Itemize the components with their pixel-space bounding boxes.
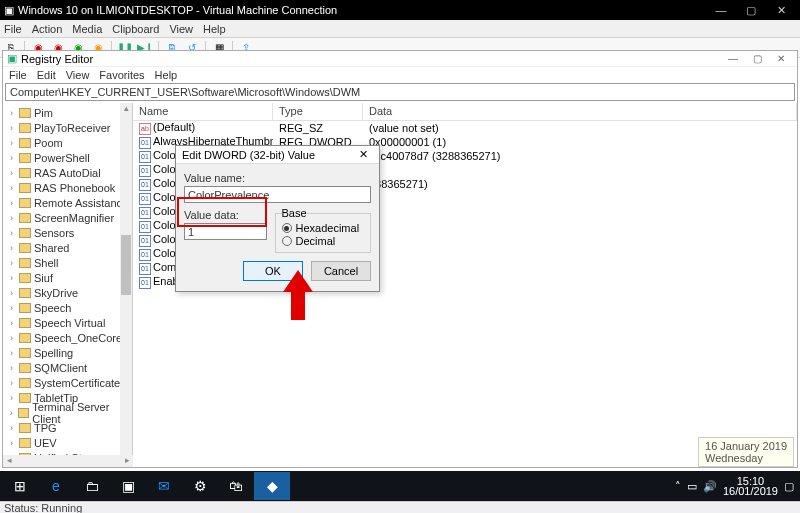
- tree-item-label: PlayToReceiver: [34, 122, 110, 134]
- vm-menu-help[interactable]: Help: [203, 23, 226, 35]
- taskbar-clock[interactable]: 15:10 16/01/2019: [723, 476, 778, 496]
- cancel-button[interactable]: Cancel: [311, 261, 371, 281]
- value-data-label: Value data:: [184, 209, 267, 221]
- regedit-menu-view[interactable]: View: [66, 69, 90, 81]
- radio-hex[interactable]: Hexadecimal: [282, 222, 365, 234]
- folder-icon: [19, 258, 31, 268]
- base-fieldset: Base Hexadecimal Decimal: [275, 207, 372, 253]
- tree-item[interactable]: ›RAS Phonebook: [7, 180, 132, 195]
- regedit-address-text: Computer\HKEY_CURRENT_USER\Software\Micr…: [10, 86, 360, 98]
- tree-item[interactable]: ›PowerShell: [7, 150, 132, 165]
- vm-maximize-button[interactable]: ▢: [736, 4, 766, 17]
- tooltip-day: Wednesday: [705, 452, 787, 464]
- regedit-menu-file[interactable]: File: [9, 69, 27, 81]
- taskbar-settings-icon[interactable]: ⚙: [182, 472, 218, 500]
- regedit-menu-favorites[interactable]: Favorites: [99, 69, 144, 81]
- taskbar-edge-icon[interactable]: e: [38, 472, 74, 500]
- tree-item[interactable]: ›Shell: [7, 255, 132, 270]
- tray-volume-icon[interactable]: 🔊: [703, 480, 717, 493]
- base-legend: Base: [282, 207, 307, 219]
- system-tray[interactable]: ˄ ▭ 🔊 15:10 16/01/2019 ▢: [675, 476, 798, 496]
- vm-menu-view[interactable]: View: [169, 23, 193, 35]
- tree-item[interactable]: ›Terminal Server Client: [7, 405, 132, 420]
- value-name-label: Value name:: [184, 172, 371, 184]
- taskbar-explorer-icon[interactable]: 🗀: [74, 472, 110, 500]
- col-header-data[interactable]: Data: [363, 103, 797, 120]
- scroll-up-icon[interactable]: ▴: [120, 103, 132, 115]
- start-button[interactable]: ⊞: [2, 472, 38, 500]
- tree-item-label: ScreenMagnifier: [34, 212, 114, 224]
- col-header-type[interactable]: Type: [273, 103, 363, 120]
- tree-item-label: UEV: [34, 437, 57, 449]
- radio-dec[interactable]: Decimal: [282, 235, 365, 247]
- tree-item[interactable]: ›Speech Virtual: [7, 315, 132, 330]
- folder-icon: [19, 318, 31, 328]
- tree-item[interactable]: ›Poom: [7, 135, 132, 150]
- vm-status-bar: Status: Running: [0, 501, 800, 513]
- dialog-titlebar[interactable]: Edit DWORD (32-bit) Value ✕: [176, 146, 379, 164]
- tree-item[interactable]: ›PlayToReceiver: [7, 120, 132, 135]
- tree-item[interactable]: ›SystemCertificates: [7, 375, 132, 390]
- regedit-close-button[interactable]: ✕: [769, 53, 793, 64]
- taskbar-mail-icon[interactable]: ✉: [146, 472, 182, 500]
- regedit-menu-help[interactable]: Help: [155, 69, 178, 81]
- vm-menu-action[interactable]: Action: [32, 23, 63, 35]
- tree-item[interactable]: ›Spelling: [7, 345, 132, 360]
- col-header-name[interactable]: Name: [133, 103, 273, 120]
- tree-item[interactable]: ›RAS AutoDial: [7, 165, 132, 180]
- radio-hex-label: Hexadecimal: [296, 222, 360, 234]
- tree-vertical-scrollbar[interactable]: ▴▾: [120, 103, 132, 467]
- value-name-input[interactable]: [184, 186, 371, 203]
- tree-item-label: RAS Phonebook: [34, 182, 115, 194]
- list-row[interactable]: ab(Default)REG_SZ(value not set): [133, 121, 797, 135]
- vm-minimize-button[interactable]: —: [706, 4, 736, 16]
- tree-item[interactable]: ›Remote Assistance: [7, 195, 132, 210]
- tree-item[interactable]: ›Pim: [7, 105, 132, 120]
- vm-menu-clipboard[interactable]: Clipboard: [112, 23, 159, 35]
- regedit-tree[interactable]: ›Pim›PlayToReceiver›Poom›PowerShell›RAS …: [3, 103, 133, 467]
- scroll-left-icon[interactable]: ◂: [3, 455, 15, 467]
- tray-network-icon[interactable]: ▭: [687, 480, 697, 493]
- folder-icon: [19, 273, 31, 283]
- regedit-maximize-button[interactable]: ▢: [745, 53, 769, 64]
- reg-value-icon: ab: [139, 123, 151, 135]
- reg-value-icon: 01: [139, 221, 151, 233]
- tray-notifications-icon[interactable]: ▢: [784, 480, 794, 493]
- taskbar-store-icon[interactable]: 🛍: [218, 472, 254, 500]
- radio-dec-icon[interactable]: [282, 236, 292, 246]
- vm-menu-media[interactable]: Media: [72, 23, 102, 35]
- scroll-right-icon[interactable]: ▸: [121, 455, 133, 467]
- vm-close-button[interactable]: ✕: [766, 4, 796, 17]
- value-data-input[interactable]: [184, 223, 267, 240]
- folder-icon: [19, 303, 31, 313]
- tree-item-label: Shared: [34, 242, 69, 254]
- folder-icon: [19, 333, 31, 343]
- vm-app-icon: ▣: [4, 4, 14, 17]
- taskbar-terminal-icon[interactable]: ▣: [110, 472, 146, 500]
- regedit-address-bar[interactable]: Computer\HKEY_CURRENT_USER\Software\Micr…: [5, 83, 795, 101]
- vm-menu-file[interactable]: File: [4, 23, 22, 35]
- reg-value-icon: 01: [139, 137, 151, 149]
- scroll-thumb[interactable]: [121, 235, 131, 295]
- tree-horizontal-scrollbar[interactable]: ◂ ▸: [3, 455, 133, 467]
- tree-item[interactable]: ›ScreenMagnifier: [7, 210, 132, 225]
- tree-item[interactable]: ›UEV: [7, 435, 132, 450]
- tree-item[interactable]: ›Speech: [7, 300, 132, 315]
- tree-item[interactable]: ›SkyDrive: [7, 285, 132, 300]
- folder-icon: [19, 228, 31, 238]
- taskbar[interactable]: ⊞ e 🗀 ▣ ✉ ⚙ 🛍 ◆ ˄ ▭ 🔊 15:10 16/01/2019 ▢: [0, 471, 800, 501]
- tree-item[interactable]: ›Sensors: [7, 225, 132, 240]
- tree-item[interactable]: ›Shared: [7, 240, 132, 255]
- tray-chevron-icon[interactable]: ˄: [675, 480, 681, 493]
- dialog-close-button[interactable]: ✕: [353, 148, 373, 161]
- folder-icon: [19, 153, 31, 163]
- tree-item[interactable]: ›Speech_OneCore: [7, 330, 132, 345]
- radio-hex-icon[interactable]: [282, 223, 292, 233]
- tree-item[interactable]: ›SQMClient: [7, 360, 132, 375]
- regedit-minimize-button[interactable]: —: [721, 53, 745, 64]
- tree-item[interactable]: ›Siuf: [7, 270, 132, 285]
- regedit-menu-edit[interactable]: Edit: [37, 69, 56, 81]
- tree-item-label: RAS AutoDial: [34, 167, 101, 179]
- folder-icon: [19, 378, 31, 388]
- taskbar-app-icon[interactable]: ◆: [254, 472, 290, 500]
